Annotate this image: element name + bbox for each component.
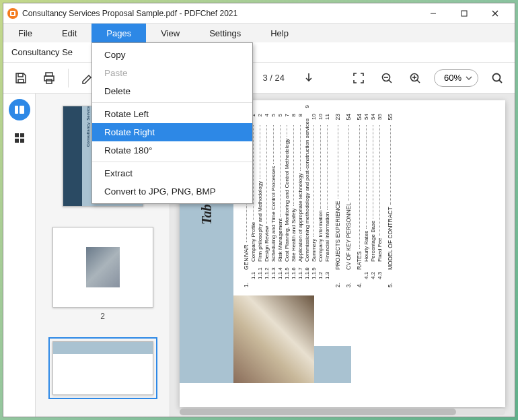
menu-separator: [92, 102, 252, 103]
thumbnail-2[interactable]: 2: [48, 223, 157, 325]
menu-separator: [92, 162, 252, 162]
svg-rect-3: [461, 11, 467, 16]
menu-settings[interactable]: Settings: [194, 24, 256, 42]
svg-rect-24: [15, 139, 19, 143]
thumbnail-number: 2: [100, 312, 105, 321]
svg-rect-9: [44, 76, 54, 81]
menu-rotate-right[interactable]: Rotate Right: [92, 123, 252, 141]
toc-photo: [233, 295, 314, 383]
maximize-button[interactable]: [449, 3, 480, 24]
zoom-out-icon[interactable]: [377, 69, 396, 88]
app-icon: [7, 8, 18, 19]
search-icon[interactable]: [488, 69, 507, 88]
menu-extract[interactable]: Extract: [92, 164, 252, 182]
minimize-button[interactable]: [418, 3, 449, 24]
menu-paste: Paste: [92, 64, 252, 82]
svg-rect-22: [15, 133, 19, 137]
grid-view-icon[interactable]: [9, 127, 30, 149]
svg-line-12: [389, 80, 392, 83]
toc-list: 1.GENIVAR11.1Company Profile11.1.1Firm p…: [233, 100, 400, 295]
toc-row: 1.1.5Cost Planning, Monitoring and Contr…: [284, 114, 290, 287]
menu-help[interactable]: Help: [256, 24, 303, 42]
svg-rect-7: [18, 79, 24, 83]
toc-row: 1.1.8Commissioning methodology and post-…: [304, 114, 310, 287]
svg-line-15: [417, 80, 420, 83]
toolbar-separator: [68, 69, 69, 88]
toc-row: 1.3Financial Information11: [324, 114, 330, 287]
toc-row: 1.1.6Site Health and Safety8: [291, 114, 297, 287]
tabstrip: Consultancy Se: [3, 42, 515, 63]
zoom-value: 60%: [444, 73, 461, 83]
save-icon[interactable]: [11, 69, 30, 88]
menu-delete[interactable]: Delete: [92, 82, 252, 100]
titlebar: Consultancy Services Proposal Sample.pdf…: [3, 3, 515, 24]
svg-rect-1: [11, 12, 14, 15]
toc-row: 3.CV OF KEY PERSONNEL54: [345, 114, 352, 287]
toc-row: 1.2Company Information10: [318, 114, 324, 287]
toolbar: 3 / 24 60%: [3, 63, 515, 94]
toc-row: 4.2Percentage Base54: [370, 114, 376, 287]
menu-edit[interactable]: Edit: [47, 24, 91, 42]
pages-dropdown: Copy Paste Delete Rotate Left Rotate Rig…: [91, 42, 253, 204]
svg-rect-10: [46, 79, 52, 83]
svg-rect-6: [18, 73, 23, 77]
download-icon[interactable]: [299, 69, 318, 88]
toc-row: 5.MODEL OF CONTRACT55: [387, 114, 394, 287]
print-icon[interactable]: [40, 69, 59, 88]
app-window: Consultancy Services Proposal Sample.pdf…: [3, 3, 515, 417]
close-button[interactable]: [480, 3, 511, 24]
toc-row: 1.1.2Design Review4: [264, 114, 270, 287]
menu-file[interactable]: File: [3, 24, 47, 42]
menu-view[interactable]: View: [146, 24, 194, 42]
thumbnails-toggle[interactable]: [9, 99, 30, 120]
toc-row: 1.1.1Firm philosophy and Methodology2: [257, 114, 263, 287]
menu-copy[interactable]: Copy: [92, 46, 252, 64]
page-indicator: 3 / 24: [257, 73, 290, 83]
chevron-down-icon: [466, 75, 472, 81]
menu-convert[interactable]: Convert to JPG, PNG, BMP: [92, 182, 252, 201]
window-title: Consultancy Services Proposal Sample.pdf…: [22, 9, 418, 18]
toc-row: 4.3Fixed Fee55: [377, 114, 383, 287]
toc-decoration: [314, 346, 351, 383]
toc-row: 4.RATES54: [356, 114, 363, 287]
svg-line-19: [499, 80, 502, 83]
svg-rect-21: [20, 106, 24, 114]
toc-row: 2.PROJECTS EXPERIENCE23: [334, 114, 341, 287]
toc-row: 1.1.9Summary10: [311, 114, 317, 287]
thumbnail-3[interactable]: [48, 337, 157, 399]
toc-row: 4.1Hourly Rates54: [363, 114, 369, 287]
zoom-select[interactable]: 60%: [434, 69, 478, 87]
svg-rect-23: [20, 133, 24, 137]
toc-row: 1.1.7Application of appropriate technolo…: [297, 114, 303, 287]
document-tab[interactable]: Consultancy Se: [11, 47, 73, 57]
zoom-in-icon[interactable]: [406, 69, 424, 88]
toc-row: 1.1.4Risk Management5: [277, 114, 283, 287]
toc-row: 1.1.3Scheduling and Time Control Process…: [270, 114, 276, 287]
menubar: File Edit Pages View Settings Help Copy …: [3, 24, 515, 42]
content-area: Consultancy Services 2 Table of Contents…: [3, 94, 515, 417]
window-controls: [418, 3, 511, 24]
horizontal-scrollbar[interactable]: [180, 409, 505, 415]
scrollbar-handle[interactable]: [180, 409, 456, 415]
svg-rect-25: [20, 139, 24, 143]
menu-rotate-left[interactable]: Rotate Left: [92, 105, 252, 123]
menu-rotate-180[interactable]: Rotate 180°: [92, 141, 252, 160]
menu-pages[interactable]: Pages: [91, 24, 146, 42]
svg-point-18: [493, 73, 501, 81]
svg-rect-20: [15, 106, 18, 114]
fullscreen-icon[interactable]: [349, 69, 368, 88]
sidebar-rail: [3, 94, 36, 417]
